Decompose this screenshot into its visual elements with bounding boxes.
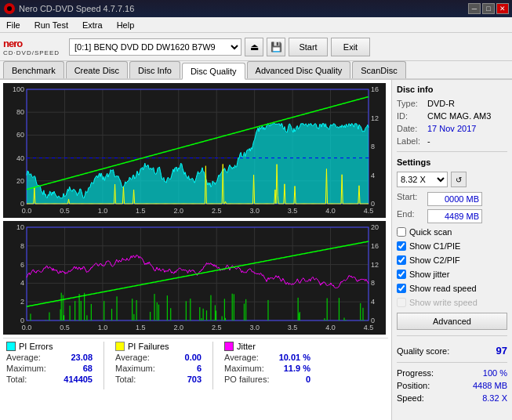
legend-divider-2 (212, 342, 213, 389)
tab-benchmark[interactable]: Benchmark (3, 61, 64, 78)
jitter-max-label: Maximum: (224, 364, 264, 373)
pi-errors-legend: PI Errors Average: 23.08 Maximum: 68 Tot… (6, 342, 93, 389)
speed-display-value: 8.32 X (482, 393, 507, 403)
quick-scan-checkbox[interactable] (397, 227, 406, 237)
menu-help[interactable]: Help (114, 19, 138, 31)
pi-failures-avg-label: Average: (115, 353, 150, 362)
drive-select[interactable]: [0:1] BENQ DVD DD DW1620 B7W9 (69, 38, 241, 56)
menu-bar: File Run Test Extra Help (0, 17, 512, 33)
pi-errors-swatch (6, 342, 16, 351)
progress-row: Progress: 100 % (397, 368, 507, 378)
start-input[interactable] (427, 192, 482, 206)
jitter-max-value: 11.9 % (284, 364, 310, 373)
settings-title: Settings (397, 158, 507, 167)
speed-row: 8.32 X ↺ (397, 172, 507, 187)
jitter-po-label: PO failures: (224, 375, 269, 384)
pi-errors-max-value: 68 (83, 364, 93, 373)
date-label: Date: (397, 124, 424, 133)
end-row: End: (397, 209, 507, 223)
legend-area: PI Errors Average: 23.08 Maximum: 68 Tot… (3, 338, 388, 393)
tab-scan-disc[interactable]: ScanDisc (352, 61, 405, 78)
pi-failures-total-value: 703 (187, 375, 202, 384)
menu-file[interactable]: File (3, 19, 24, 31)
tab-disc-info[interactable]: Disc Info (129, 61, 180, 78)
disc-info-title: Disc info (397, 85, 507, 94)
show-read-speed-label: Show read speed (409, 284, 477, 293)
jitter-legend: Jitter Average: 10.01 % Maximum: 11.9 % … (224, 342, 310, 389)
id-value: CMC MAG. AM3 (427, 111, 491, 121)
minimize-button[interactable]: ─ (468, 3, 481, 14)
jitter-swatch (224, 342, 234, 351)
pi-failures-max-label: Maximum: (115, 364, 155, 373)
pi-errors-avg-label: Average: (6, 353, 41, 362)
type-row: Type: DVD-R (397, 99, 507, 108)
type-label: Type: (397, 99, 424, 108)
show-c2pif-checkbox[interactable] (397, 255, 406, 265)
start-label: Start: (397, 192, 424, 206)
show-c1pie-checkbox[interactable] (397, 241, 406, 251)
disc-label-row: Label: - (397, 136, 507, 146)
position-row: Position: 4488 MB (397, 381, 507, 390)
tab-create-disc[interactable]: Create Disc (66, 61, 128, 78)
date-row: Date: 17 Nov 2017 (397, 124, 507, 133)
show-write-speed-label: Show write speed (409, 298, 478, 307)
jitter-avg-value: 10.01 % (279, 353, 310, 362)
tab-disc-quality[interactable]: Disc Quality (182, 63, 245, 80)
show-jitter-checkbox[interactable] (397, 270, 406, 279)
jitter-label: Jitter (237, 342, 256, 351)
show-c1pie-label: Show C1/PIE (409, 241, 460, 251)
tab-advanced-disc-quality[interactable]: Advanced Disc Quality (247, 61, 351, 78)
nero-logo-sub: CD·DVD/SPEED (3, 49, 60, 56)
speed-select[interactable]: 8.32 X (397, 172, 448, 187)
speed-display-row: Speed: 8.32 X (397, 393, 507, 403)
svg-point-1 (7, 6, 12, 11)
quick-scan-row: Quick scan (397, 227, 507, 237)
show-read-speed-checkbox[interactable] (397, 284, 406, 293)
maximize-button[interactable]: □ (482, 3, 495, 14)
quick-scan-label: Quick scan (409, 227, 452, 237)
chart-area: PI Errors Average: 23.08 Maximum: 68 Tot… (0, 80, 391, 420)
close-button[interactable]: ✕ (496, 3, 509, 14)
show-c1pie-row: Show C1/PIE (397, 241, 507, 251)
progress-label: Progress: (397, 368, 434, 378)
pi-failures-avg-value: 0.00 (185, 353, 202, 362)
end-input[interactable] (427, 209, 482, 223)
pi-failures-swatch (115, 342, 125, 351)
tabs-bar: Benchmark Create Disc Disc Info Disc Qua… (0, 61, 512, 80)
show-c2pif-row: Show C2/PIF (397, 255, 507, 265)
title-bar: Nero CD-DVD Speed 4.7.7.16 ─ □ ✕ (0, 0, 512, 17)
side-panel: Disc info Type: DVD-R ID: CMC MAG. AM3 D… (391, 80, 512, 420)
pi-failures-total-label: Total: (115, 375, 136, 384)
position-label: Position: (397, 381, 430, 390)
pi-failures-label: PI Failures (128, 342, 169, 351)
app-title: Nero CD-DVD Speed 4.7.7.16 (19, 4, 468, 13)
show-write-speed-row: Show write speed (397, 298, 507, 307)
pi-failures-max-value: 6 (197, 364, 202, 373)
pi-errors-label: PI Errors (19, 342, 53, 351)
disc-label-value: - (427, 136, 430, 146)
save-button[interactable]: 💾 (267, 38, 285, 56)
menu-extra[interactable]: Extra (79, 19, 106, 31)
quality-score-value: 97 (496, 345, 507, 357)
exit-button[interactable]: Exit (331, 38, 370, 56)
start-button[interactable]: Start (289, 38, 328, 56)
app-icon (3, 2, 16, 15)
menu-run-test[interactable]: Run Test (31, 19, 71, 31)
bottom-chart (3, 221, 388, 335)
pi-errors-total-value: 414405 (64, 375, 93, 384)
disc-label-label: Label: (397, 136, 424, 146)
divider-3 (397, 362, 507, 363)
show-jitter-row: Show jitter (397, 270, 507, 279)
window-controls: ─ □ ✕ (468, 3, 509, 14)
quality-score-label: Quality score: (397, 346, 449, 356)
show-read-speed-row: Show read speed (397, 284, 507, 293)
divider-2 (397, 335, 507, 336)
eject-button[interactable]: ⏏ (245, 38, 263, 56)
pi-failures-legend: PI Failures Average: 0.00 Maximum: 6 Tot… (115, 342, 202, 389)
id-row: ID: CMC MAG. AM3 (397, 111, 507, 121)
nero-logo: nero CD·DVD/SPEED (3, 38, 60, 56)
position-value: 4488 MB (473, 381, 507, 390)
advanced-button[interactable]: Advanced (397, 313, 507, 330)
show-write-speed-checkbox (397, 298, 406, 307)
refresh-button[interactable]: ↺ (451, 172, 467, 187)
